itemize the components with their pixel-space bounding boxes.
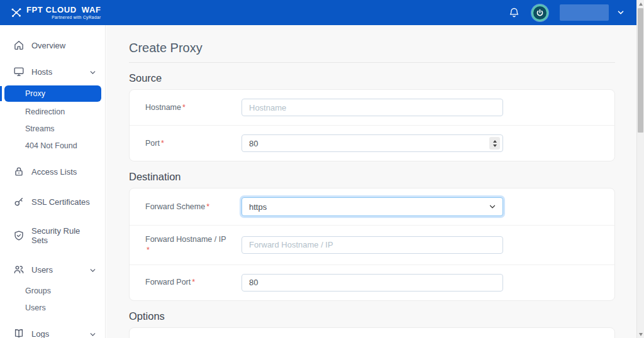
sidebar-label: Hosts <box>31 67 52 77</box>
vertical-scrollbar[interactable] <box>636 0 644 338</box>
header-actions <box>508 4 625 21</box>
sidebar-item-streams[interactable]: Streams <box>0 120 105 137</box>
forward-hostname-label: Forward Hostname / IP* <box>145 234 242 256</box>
app-root: FPT CLOUDWAF Partnered with CyRadar <box>0 0 644 338</box>
shield-check-icon <box>13 230 25 241</box>
brand-logo[interactable]: FPT CLOUDWAF Partnered with CyRadar <box>10 6 101 20</box>
sidebar-item-security-rule-sets[interactable]: Security Rule Sets <box>0 219 105 252</box>
forward-port-label: Forward Port* <box>145 277 242 288</box>
hostname-label: Hostname* <box>145 102 242 113</box>
required-asterisk: * <box>161 139 164 148</box>
top-header: FPT CLOUDWAF Partnered with CyRadar <box>0 0 636 25</box>
forward-port-input[interactable] <box>242 274 503 292</box>
scrollbar-up-arrow[interactable] <box>637 0 644 8</box>
sidebar-item-access-lists[interactable]: Access Lists <box>0 159 105 184</box>
number-spinner[interactable] <box>489 137 500 150</box>
monitor-icon <box>13 66 25 77</box>
sidebar-item-proxy[interactable]: Proxy <box>4 85 101 102</box>
sidebar-nav: Overview Hosts Proxy Redirection Streams… <box>0 25 106 338</box>
required-asterisk: * <box>192 278 195 286</box>
forward-port-row: Forward Port* <box>130 264 614 300</box>
destination-card: Forward Scheme* https Forward Hostname /… <box>129 188 615 301</box>
sidebar-label: Overview <box>31 41 65 50</box>
brand-text: FPT CLOUDWAF Partnered with CyRadar <box>26 6 101 20</box>
sidebar-item-ssl-certificates[interactable]: SSL Certificates <box>0 189 105 214</box>
network-logo-icon <box>10 6 23 19</box>
sidebar-label: Access Lists <box>31 167 77 177</box>
user-avatar-power-icon[interactable] <box>531 4 548 21</box>
scrollbar-down-arrow[interactable] <box>637 330 644 338</box>
sidebar-label: Logs <box>31 329 49 338</box>
main-content: Create Proxy Source Hostname* Port* <box>106 25 636 338</box>
home-icon <box>13 40 25 51</box>
port-row: Port* <box>130 125 614 161</box>
forward-hostname-input[interactable] <box>242 236 503 254</box>
cache-assets-row: Cache assets <box>130 328 614 338</box>
port-label: Port* <box>145 138 242 149</box>
chevron-down-icon <box>89 68 97 76</box>
hostname-input[interactable] <box>242 99 503 116</box>
sidebar-item-hosts[interactable]: Hosts <box>0 59 105 84</box>
sidebar-label: SSL Certificates <box>31 197 90 207</box>
sidebar-label: Users <box>31 265 53 275</box>
hostname-control <box>242 99 503 116</box>
users-icon <box>13 264 25 275</box>
source-card: Hostname* Port* <box>129 89 615 161</box>
sidebar-item-users-sub[interactable]: Users <box>0 299 105 316</box>
forward-hostname-control <box>242 236 503 254</box>
forward-scheme-select[interactable]: https <box>242 197 503 216</box>
sidebar-label-proxy: Proxy <box>4 85 101 102</box>
sidebar-item-redirection[interactable]: Redirection <box>0 103 105 120</box>
sidebar-group-users: Users Groups Users <box>0 257 105 316</box>
port-control <box>242 134 503 152</box>
port-input[interactable] <box>242 134 503 152</box>
sidebar-item-404-not-found[interactable]: 404 Not Found <box>0 137 105 154</box>
lock-icon <box>13 166 25 177</box>
key-icon <box>13 196 25 207</box>
book-icon <box>13 328 25 338</box>
section-heading-source: Source <box>129 72 615 84</box>
active-indicator-bar <box>0 86 2 101</box>
sidebar-item-groups[interactable]: Groups <box>0 282 105 299</box>
title-divider <box>129 62 615 63</box>
brand-subtitle: Partnered with CyRadar <box>52 16 101 20</box>
required-asterisk: * <box>182 103 186 112</box>
required-asterisk: * <box>206 202 209 211</box>
forward-scheme-control: https <box>242 197 503 216</box>
hostname-row: Hostname* <box>130 90 614 125</box>
forward-scheme-row: Forward Scheme* https <box>130 188 614 225</box>
forward-port-control <box>242 274 503 292</box>
username-redacted[interactable] <box>560 4 609 21</box>
sidebar-item-logs[interactable]: Logs <box>0 321 105 338</box>
chevron-down-icon <box>89 266 97 274</box>
sidebar-item-users[interactable]: Users <box>0 257 105 282</box>
options-card: Cache assets <box>129 327 615 338</box>
section-heading-options: Options <box>129 310 615 322</box>
user-menu-chevron-down-icon[interactable] <box>616 8 625 17</box>
required-asterisk: * <box>147 245 233 256</box>
brand-title: FPT CLOUDWAF <box>26 6 101 14</box>
page-title: Create Proxy <box>129 41 615 55</box>
sidebar-group-hosts: Hosts Proxy Redirection Streams 404 Not … <box>0 59 105 154</box>
sidebar-item-overview[interactable]: Overview <box>0 33 105 58</box>
sidebar-label: Security Rule Sets <box>31 226 96 245</box>
sidebar-group-logs: Logs Audit Security Forwarder <box>0 321 105 338</box>
chevron-down-icon <box>488 202 497 211</box>
section-heading-destination: Destination <box>129 171 615 183</box>
forward-scheme-label: Forward Scheme* <box>145 202 242 212</box>
scrollbar-thumb[interactable] <box>638 8 643 133</box>
forward-hostname-row: Forward Hostname / IP* <box>130 225 614 264</box>
notifications-bell-icon[interactable] <box>508 7 520 19</box>
chevron-down-icon <box>89 330 97 338</box>
